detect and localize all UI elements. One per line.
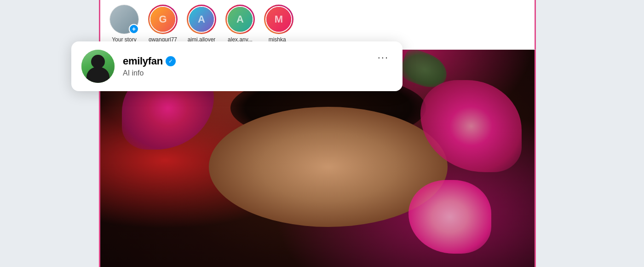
story-ring-alex: A [225,5,255,34]
verified-badge: ✓ [166,56,176,66]
more-options-button[interactable]: ··· [374,50,392,65]
story-item-mishka[interactable]: M mishka_ [264,5,293,43]
story-avatar-img-alex: A [228,7,253,32]
story-ring-gwangurl77: G [148,5,178,34]
story-avatar-img-mishka: M [266,7,291,32]
story-avatar-img-gwangurl77: G [150,7,175,32]
story-ring-mishka: M [264,5,293,34]
story-ring-inner-gwangurl77: G [150,6,176,33]
story-avatar-img-aimi: A [189,7,214,32]
story-ring-inner-aimi: A [188,6,215,33]
story-avatar-mishka: M [264,5,293,34]
story-ring-aimi: A [187,5,216,34]
story-item-gwangurl77[interactable]: G gwangurl77 [148,5,178,43]
post-header-card: emilyfan ✓ AI info ··· [71,41,402,91]
post-username-row: emilyfan ✓ [123,55,366,67]
your-story-item[interactable]: + Your story [109,5,139,43]
story-item-aimi[interactable]: A aimi.allover [187,5,216,43]
story-avatar-aimi: A [187,5,216,34]
avatar-image [81,50,115,83]
app-background: + Your story G gwangurl77 A [0,0,644,267]
ai-info-label[interactable]: AI info [123,69,366,77]
post-user-avatar[interactable] [81,50,115,83]
story-avatar-gwangurl77: G [148,5,178,34]
rose-bottom-right [408,180,491,254]
post-username[interactable]: emilyfan [123,55,163,67]
story-item-alex[interactable]: A alex.any... [225,5,255,43]
story-avatar-alex: A [225,5,255,34]
post-user-info: emilyfan ✓ AI info [123,55,366,77]
story-ring-inner-alex: A [227,6,253,33]
add-story-button[interactable]: + [129,24,139,34]
story-ring-inner-mishka: M [265,6,292,33]
your-story-avatar-wrapper: + [109,5,139,34]
